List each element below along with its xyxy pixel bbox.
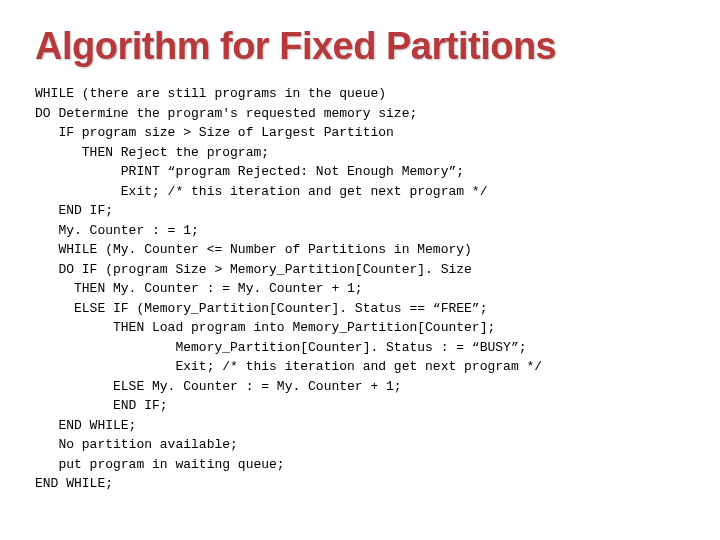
code-line: END WHILE; <box>35 418 136 433</box>
code-line: put program in waiting queue; <box>35 457 285 472</box>
code-line: My. Counter : = 1; <box>35 223 199 238</box>
code-line: WHILE (there are still programs in the q… <box>35 86 386 101</box>
code-line: ELSE IF (Memory_Partition[Counter]. Stat… <box>35 301 487 316</box>
code-line: DO Determine the program's requested mem… <box>35 106 417 121</box>
code-line: THEN Load program into Memory_Partition[… <box>35 320 495 335</box>
code-line: Exit; /* this iteration and get next pro… <box>35 184 487 199</box>
code-line: END IF; <box>35 203 113 218</box>
algorithm-code-block: WHILE (there are still programs in the q… <box>35 84 685 494</box>
code-line: IF program size > Size of Largest Partit… <box>35 125 394 140</box>
slide: Algorithm for Fixed Partitions WHILE (th… <box>0 0 720 540</box>
code-line: WHILE (My. Counter <= Number of Partitio… <box>35 242 472 257</box>
code-line: PRINT “program Rejected: Not Enough Memo… <box>35 164 464 179</box>
code-line: END WHILE; <box>35 476 113 491</box>
code-line: THEN Reject the program; <box>35 145 269 160</box>
code-line: DO IF (program Size > Memory_Partition[C… <box>35 262 472 277</box>
code-line: END IF; <box>35 398 168 413</box>
code-line: ELSE My. Counter : = My. Counter + 1; <box>35 379 402 394</box>
code-line: Exit; /* this iteration and get next pro… <box>35 359 542 374</box>
code-line: THEN My. Counter : = My. Counter + 1; <box>35 281 363 296</box>
code-line: No partition available; <box>35 437 238 452</box>
slide-title: Algorithm for Fixed Partitions <box>35 25 685 68</box>
code-line: Memory_Partition[Counter]. Status : = “B… <box>35 340 526 355</box>
